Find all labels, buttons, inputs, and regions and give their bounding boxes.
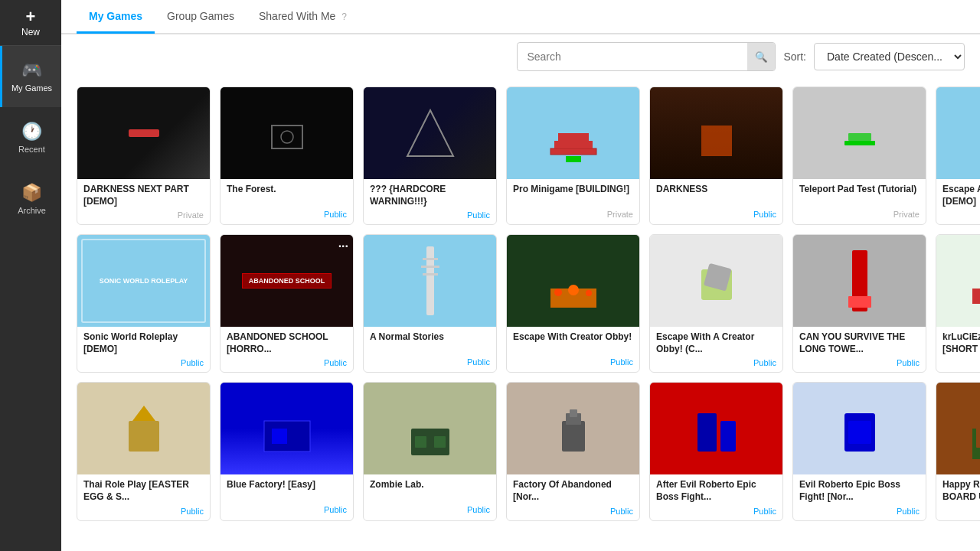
game-visibility: Public	[942, 210, 980, 220]
games-row-1: DARKNESS NEXT PART [DEMO] Private The Fo…	[77, 86, 965, 225]
svg-rect-15	[421, 266, 439, 268]
game-visibility: Public	[370, 210, 490, 220]
game-title: Pro Minigame [BUILDING!]	[513, 184, 633, 207]
svg-rect-39	[570, 409, 577, 417]
search-button[interactable]: 🔍	[747, 43, 775, 70]
dots-menu-icon[interactable]: ···	[338, 240, 348, 253]
search-input[interactable]	[518, 44, 747, 69]
new-button[interactable]: + New	[0, 0, 61, 46]
svg-point-19	[568, 285, 579, 295]
my-games-icon: 🎮	[21, 60, 42, 80]
tab-bar: My Games Group Games Shared With Me ?	[61, 0, 980, 34]
svg-rect-35	[415, 436, 426, 448]
game-card-the-forest[interactable]: The Forest. Public	[220, 86, 354, 225]
game-title: Escape With A Creator Obby! (C...	[656, 331, 776, 355]
sidebar: + New 🎮 My Games 🕐 Recent 📦 Archive	[0, 0, 61, 551]
game-card-sonic[interactable]: SONIC WORLD ROLEPLAY Sonic World Rolepla…	[77, 234, 211, 373]
svg-marker-31	[132, 406, 155, 421]
game-title: Evil Roberto Epic Boss Fight! [Nor...	[799, 479, 920, 503]
game-card-thai[interactable]: Thai Role Play [EASTER EGG & S... Public	[77, 382, 211, 520]
game-card-evil-roberto[interactable]: Evil Roberto Epic Boss Fight! [Nor... Pu…	[792, 382, 926, 520]
game-title: Happy Role Play [MORE BOARD UP...	[942, 479, 980, 503]
game-card-blue-factory[interactable]: Blue Factory! [Easy] Public	[220, 382, 354, 520]
svg-rect-43	[848, 421, 871, 444]
game-card-zombie[interactable]: Zombie Lab. Public	[363, 382, 497, 520]
game-card-escape-prison[interactable]: Escape A Prison Obby! [DEMO] Public	[936, 86, 980, 225]
plus-icon: +	[26, 8, 36, 25]
game-title: DARKNESS NEXT PART [DEMO]	[83, 184, 204, 207]
svg-marker-3	[407, 110, 453, 156]
game-title: Thai Role Play [EASTER EGG & S...	[83, 479, 204, 503]
game-card-evil-boss[interactable]: After Evil Roberto Epic Boss Fight... Pu…	[649, 382, 783, 520]
sort-select[interactable]: Date Created (Descen... Date Created (As…	[814, 43, 965, 70]
game-visibility: Private	[513, 210, 633, 219]
game-card-normal-stories[interactable]: A Normal Stories Public	[363, 234, 497, 373]
game-title: ABANDONED SCHOOL [HORRO...	[227, 331, 347, 355]
game-title: The Forest.	[227, 184, 347, 207]
game-card-escape-creator2[interactable]: Escape With A Creator Obby! (C... Public	[649, 234, 783, 373]
game-visibility: Public	[799, 358, 920, 367]
tab-shared-with-me[interactable]: Shared With Me ?	[247, 1, 359, 34]
svg-rect-46	[976, 421, 981, 448]
game-card-factory-abandoned[interactable]: Factory Of Abandoned [Nor... Public	[506, 382, 640, 520]
new-label: New	[21, 27, 40, 37]
game-card-pro-minigame[interactable]: Pro Minigame [BUILDING!] Private	[506, 86, 640, 225]
game-card-survive-tower[interactable]: CAN YOU SURVIVE THE LONG TOWE... Public	[792, 234, 926, 373]
svg-rect-5	[554, 141, 593, 148]
svg-rect-10	[848, 133, 871, 141]
game-visibility: Public	[656, 210, 776, 219]
game-visibility: Public	[227, 505, 347, 514]
sidebar-item-archive[interactable]: 📦 Archive	[0, 168, 61, 230]
sidebar-item-my-games[interactable]: 🎮 My Games	[0, 46, 61, 107]
games-row-2: SONIC WORLD ROLEPLAY Sonic World Rolepla…	[77, 234, 965, 373]
game-card-darkness-next[interactable]: DARKNESS NEXT PART [DEMO] Private	[77, 86, 211, 225]
sidebar-my-games-label: My Games	[11, 83, 52, 93]
game-title: Blue Factory! [Easy]	[227, 479, 347, 502]
game-visibility: Public	[799, 507, 920, 516]
svg-rect-33	[272, 429, 287, 444]
svg-point-18	[554, 289, 562, 296]
game-visibility: Public	[83, 507, 204, 516]
svg-rect-13	[426, 246, 434, 315]
game-visibility: Public	[227, 358, 347, 367]
game-title: krLuCiEzkr Fun Obby!!! [SHORT U...	[942, 331, 980, 355]
svg-rect-7	[566, 156, 581, 162]
svg-point-20	[586, 290, 592, 296]
tab-group-games[interactable]: Group Games	[155, 1, 247, 34]
game-visibility: Public	[942, 358, 980, 367]
svg-rect-9	[844, 141, 875, 145]
game-title: DARKNESS	[656, 184, 776, 207]
game-visibility: Private	[83, 210, 204, 220]
shared-help-icon: ?	[341, 11, 347, 22]
svg-rect-14	[423, 258, 438, 260]
svg-rect-1	[272, 126, 302, 148]
tab-my-games[interactable]: My Games	[77, 1, 155, 34]
game-card-hardcore[interactable]: ??? {HARDCORE WARNING!!!} Public	[363, 86, 497, 225]
svg-rect-8	[701, 126, 732, 156]
game-title: Escape With Creator Obby!	[513, 331, 633, 354]
games-row-3: Thai Role Play [EASTER EGG & S... Public…	[77, 382, 965, 520]
game-title: After Evil Roberto Epic Boss Fight...	[656, 479, 776, 503]
svg-rect-41	[720, 421, 736, 452]
sort-label: Sort:	[783, 51, 806, 63]
game-card-abandoned[interactable]: ABANDONED SCHOOL ··· ABANDONED SCHOOL [H…	[220, 234, 354, 373]
game-card-fun-obby[interactable]: krLuCiEzkr Fun Obby!!! [SHORT U... Publi…	[936, 234, 980, 373]
svg-rect-25	[972, 289, 981, 304]
game-card-teleport[interactable]: Teleport Pad Test (Tutorial) Private	[792, 86, 926, 225]
game-visibility: Public	[370, 505, 490, 514]
sidebar-item-recent[interactable]: 🕐 Recent	[0, 107, 61, 168]
game-card-happy-roleplay[interactable]: Happy Role Play [MORE BOARD UP... Public	[936, 382, 980, 520]
main-content: My Games Group Games Shared With Me ? 🔍 …	[61, 0, 980, 551]
game-title: CAN YOU SURVIVE THE LONG TOWE...	[799, 331, 920, 355]
sidebar-archive-label: Archive	[18, 206, 46, 215]
game-visibility: Public	[227, 210, 347, 219]
game-title: Zombie Lab.	[370, 479, 490, 502]
svg-rect-30	[129, 421, 159, 452]
game-card-escape-creator[interactable]: Escape With Creator Obby! Public	[506, 234, 640, 373]
game-title: Teleport Pad Test (Tutorial)	[799, 184, 920, 207]
game-visibility: Public	[656, 507, 776, 516]
game-card-darkness[interactable]: DARKNESS Public	[649, 86, 783, 225]
svg-rect-37	[562, 421, 585, 452]
game-visibility: Public	[370, 357, 490, 367]
search-container: 🔍	[517, 42, 776, 71]
